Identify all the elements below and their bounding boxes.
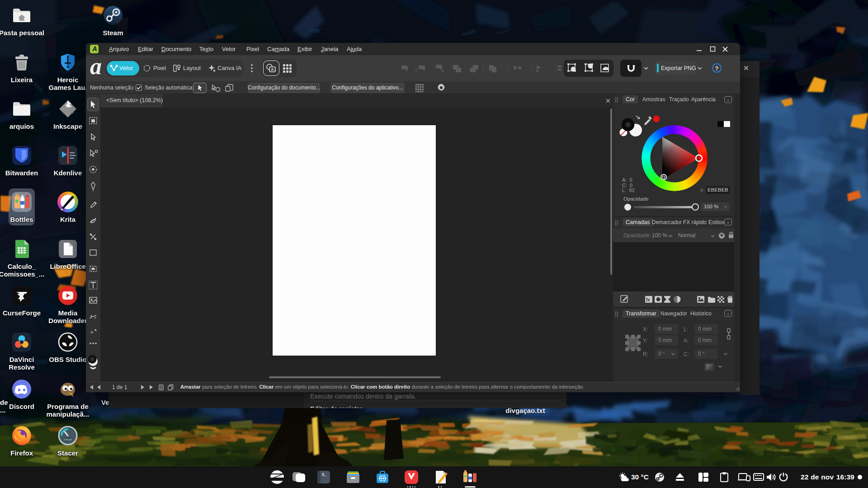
svg-text:$_: $_ xyxy=(322,473,327,477)
svg-text:STACER: STACER xyxy=(64,439,72,441)
svg-text:»: » xyxy=(90,329,94,335)
svg-text:A: A xyxy=(271,67,274,72)
svg-text:fx: fx xyxy=(646,297,650,302)
